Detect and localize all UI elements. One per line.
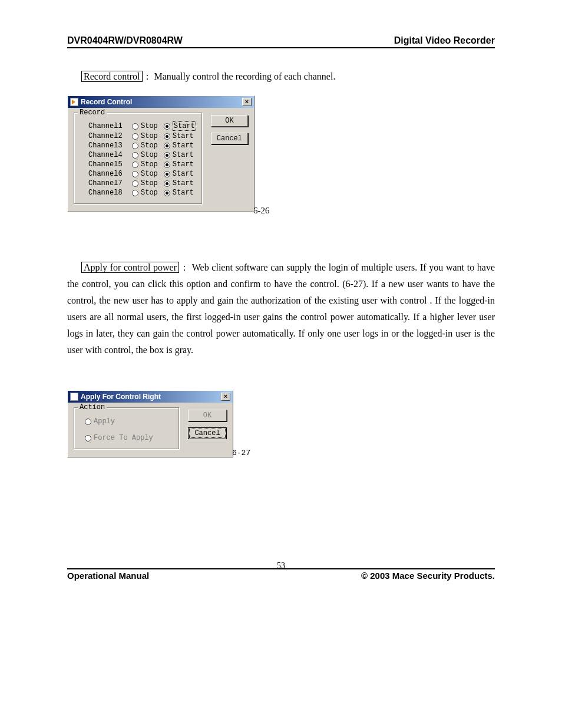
start-radio[interactable] [164,152,170,159]
channel-row: Channel5StopStart [88,160,196,169]
channel-row: Channel2StopStart [88,132,196,140]
channel-row: Channel6StopStart [88,170,196,178]
start-radio[interactable] [164,162,170,168]
record-control-boxed-label: Record control [81,71,143,82]
apply-control-description: Web client software can supply the login… [67,262,495,355]
apply-radio[interactable] [85,419,91,425]
start-radio-label: Start [173,160,194,169]
start-radio-label: Start [173,189,194,197]
stop-radio-label: Stop [141,170,158,178]
record-control-description: Manually control the recording of each c… [154,71,336,81]
channel-label: Channel1 [88,122,126,130]
header-product: Digital Video Recorder [394,35,495,46]
channel-row: Channel1StopStart [88,121,196,131]
start-radio[interactable] [164,180,170,187]
record-control-paragraph: Record control： Manually control the rec… [67,68,495,85]
dialog-title: Apply For Control Right [81,393,161,401]
channel-label: Channel6 [88,170,126,178]
channel-label: Channel4 [88,151,126,159]
app-icon [70,98,78,106]
stop-radio-label: Stop [141,151,158,159]
ok-button[interactable]: OK [188,410,227,421]
start-radio[interactable] [164,143,170,149]
start-radio[interactable] [164,123,170,130]
dialog-titlebar: Apply For Control Right × [68,391,233,403]
start-radio[interactable] [164,171,170,177]
start-radio-label: Start [173,132,194,140]
figure-number-2: 6-27 [232,449,250,457]
apply-control-paragraph: Apply for control power： Web client soft… [67,259,495,358]
page-header: DVR0404RW/DVR0804RW Digital Video Record… [67,35,495,48]
stop-radio-label: Stop [141,179,158,187]
channel-row: Channel7StopStart [88,179,196,187]
dialog-title: Record Control [81,98,132,106]
close-button[interactable]: × [221,393,230,401]
apply-radio-label: Apply [94,417,115,426]
groupbox-legend: Record [78,108,107,117]
colon: ： [143,71,152,81]
start-radio-label: Start [173,121,196,131]
figure-number-1: 6-26 [253,206,270,216]
force-apply-radio[interactable] [85,435,91,442]
cancel-button[interactable]: Cancel [188,427,227,439]
stop-radio[interactable] [132,133,138,140]
stop-radio[interactable] [132,143,138,149]
channel-row: Channel3StopStart [88,141,196,150]
stop-radio[interactable] [132,123,138,130]
channel-row: Channel8StopStart [88,189,196,197]
start-radio[interactable] [164,133,170,140]
start-radio-label: Start [173,141,194,150]
footer-left: Operational Manual [67,571,149,581]
header-model: DVR0404RW/DVR0804RW [67,35,183,46]
groupbox-legend: Action [78,403,107,411]
channel-label: Channel8 [88,189,126,197]
cancel-button[interactable]: Cancel [211,133,248,144]
stop-radio[interactable] [132,190,138,196]
stop-radio-label: Stop [141,160,158,169]
action-groupbox: Action Apply Force To Apply [74,407,180,450]
stop-radio[interactable] [132,180,138,187]
start-radio-label: Start [173,151,194,159]
stop-radio-label: Stop [141,189,158,197]
force-apply-radio-label: Force To Apply [94,434,153,442]
start-radio-label: Start [173,179,194,187]
stop-radio-label: Stop [141,122,158,130]
page-footer: 53 Operational Manual © 2003 Mace Securi… [67,568,495,581]
channel-row: Channel4StopStart [88,151,196,159]
start-radio-label: Start [173,170,194,178]
footer-right: © 2003 Mace Security Products. [361,571,495,581]
record-control-dialog: Record Control × Record Channel1StopStar… [67,95,254,212]
record-groupbox: Record Channel1StopStartChannel2StopStar… [74,113,203,205]
start-radio[interactable] [164,190,170,196]
ok-button[interactable]: OK [211,115,248,127]
apply-control-boxed-label: Apply for control power [81,262,179,273]
stop-radio-label: Stop [141,132,158,140]
channel-label: Channel2 [88,132,126,140]
apply-control-dialog: Apply For Control Right × Action Apply [67,390,233,457]
channel-label: Channel7 [88,179,126,187]
colon: ： [179,262,189,272]
stop-radio[interactable] [132,152,138,159]
dialog-titlebar: Record Control × [68,96,254,108]
channel-label: Channel5 [88,160,126,169]
page-number: 53 [67,561,495,571]
channel-label: Channel3 [88,141,126,150]
stop-radio[interactable] [132,162,138,168]
stop-radio[interactable] [132,171,138,177]
close-button[interactable]: × [242,98,252,106]
stop-radio-label: Stop [141,141,158,150]
app-icon [70,393,78,401]
